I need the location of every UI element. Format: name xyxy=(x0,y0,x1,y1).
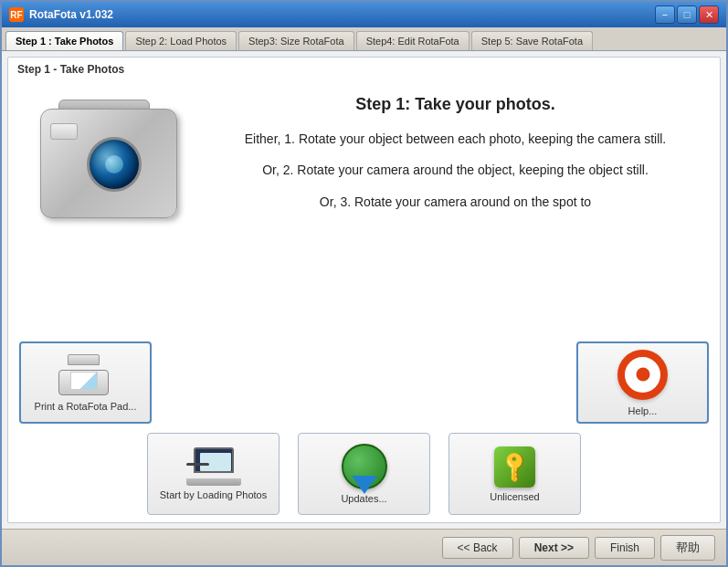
camera-lens-inner xyxy=(105,155,123,173)
laptop-screen xyxy=(194,447,234,473)
instructions-section: Step 1: Take your photos. Either, 1. Rot… xyxy=(209,90,702,325)
title-bar-controls: − □ ✕ xyxy=(655,5,719,24)
window-title: RotaFota v1.032 xyxy=(29,8,655,21)
download-arrow-icon xyxy=(352,476,377,494)
unlicensed-label: Unlicensed xyxy=(490,491,539,502)
key-symbol: 🔑 xyxy=(496,447,533,485)
laptop-icon xyxy=(186,447,241,486)
laptop-base xyxy=(186,478,241,486)
load-label: Start by Loading Photos xyxy=(160,489,267,500)
printer-body xyxy=(58,370,109,395)
next-button[interactable]: Next >> xyxy=(519,537,589,559)
step-header: Step 1 - Take Photos xyxy=(8,58,720,81)
action-row-1: Print a RotaFota Pad... Help... xyxy=(19,341,709,424)
help-button[interactable]: Help... xyxy=(576,341,709,424)
instruction-3: Or, 3. Rotate your camera around on the … xyxy=(209,192,702,212)
main-content: Step 1: Take your photos. Either, 1. Rot… xyxy=(8,81,720,334)
usb-cable-icon xyxy=(186,463,209,466)
lifering-icon xyxy=(617,350,668,400)
back-button[interactable]: << Back xyxy=(442,537,513,559)
globe-container xyxy=(342,444,387,489)
instruction-2: Or, 2. Rotate your camera around the obj… xyxy=(209,160,702,180)
print-label: Print a RotaFota Pad... xyxy=(35,401,137,412)
close-button[interactable]: ✕ xyxy=(699,5,719,24)
print-button[interactable]: Print a RotaFota Pad... xyxy=(19,341,152,424)
updates-button[interactable]: Updates... xyxy=(298,433,430,515)
tab-edit[interactable]: Step4: Edit RotaFota xyxy=(356,31,470,50)
content-area: Step 1 - Take Photos Step 1: Take your p… xyxy=(7,57,721,523)
maximize-button[interactable]: □ xyxy=(677,5,697,24)
camera-body xyxy=(40,109,177,218)
camera-flash xyxy=(50,123,78,140)
load-photos-button[interactable]: Start by Loading Photos xyxy=(147,433,280,515)
laptop-screen-content xyxy=(200,453,231,471)
help-chinese-button[interactable]: 帮助 xyxy=(660,535,715,561)
footer: << Back Next >> Finish 帮助 xyxy=(2,529,726,565)
camera-illustration xyxy=(26,90,191,325)
finish-button[interactable]: Finish xyxy=(595,537,655,559)
camera-lens xyxy=(87,137,142,192)
printer-paper xyxy=(70,372,98,390)
tab-size[interactable]: Step3: Size RotaFota xyxy=(238,31,354,50)
camera-image xyxy=(36,100,182,227)
updates-label: Updates... xyxy=(341,493,386,504)
printer-top xyxy=(68,354,100,365)
step-title: Step 1: Take your photos. xyxy=(209,95,702,114)
minimize-button[interactable]: − xyxy=(655,5,675,24)
tab-bar: Step 1 : Take Photos Step 2: Load Photos… xyxy=(2,27,726,51)
tab-load-photos[interactable]: Step 2: Load Photos xyxy=(125,31,237,50)
tab-take-photos[interactable]: Step 1 : Take Photos xyxy=(5,31,123,50)
bottom-section: Print a RotaFota Pad... Help... xyxy=(8,334,720,522)
title-bar: RF RotaFota v1.032 − □ ✕ xyxy=(2,2,726,27)
app-icon: RF xyxy=(9,7,24,22)
instruction-1: Either, 1. Rotate your object between ea… xyxy=(209,129,702,149)
unlicensed-button[interactable]: 🔑 Unlicensed xyxy=(448,433,581,515)
help-label: Help... xyxy=(628,405,658,416)
printer-icon xyxy=(58,354,113,395)
key-icon: 🔑 xyxy=(494,446,535,488)
tab-save[interactable]: Step 5: Save RotaFota xyxy=(471,31,593,50)
action-row-2: Start by Loading Photos Updates... 🔑 Unl… xyxy=(19,433,709,515)
main-window: RF RotaFota v1.032 − □ ✕ Step 1 : Take P… xyxy=(0,0,728,567)
